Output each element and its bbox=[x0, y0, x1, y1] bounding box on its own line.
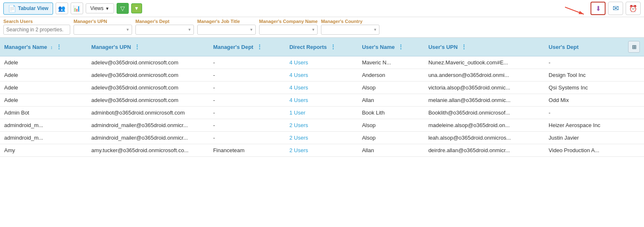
cell-user-dept: Video Production A... bbox=[545, 144, 624, 157]
search-label: Search Users bbox=[3, 19, 70, 24]
direct-reports-link[interactable]: 4 Users bbox=[289, 72, 308, 78]
direct-reports-link[interactable]: 2 Users bbox=[289, 147, 308, 153]
col-menu-icon[interactable]: ⋮ bbox=[257, 43, 262, 50]
cell-user-dept: Heizer Aerospace Inc bbox=[545, 119, 624, 132]
col-direct-reports[interactable]: Direct Reports ⋮ bbox=[285, 38, 358, 56]
cell-user-name: Alsop bbox=[358, 119, 424, 132]
sort-icon: ↕ bbox=[50, 45, 53, 50]
tabular-view-tab[interactable]: 📄 Tabular View bbox=[3, 3, 53, 15]
cell-direct-reports[interactable]: 2 Users bbox=[285, 144, 358, 157]
cell-user-upn: victoria.alsop@o365droid.onmic... bbox=[424, 82, 545, 94]
cell-manager-upn: adelev@o365droid.onmicrosoft.com bbox=[87, 94, 209, 107]
cell-direct-reports[interactable]: 2 Users bbox=[285, 132, 358, 144]
cell-settings-placeholder bbox=[624, 69, 644, 82]
cell-user-name: Alsop bbox=[358, 132, 424, 144]
cell-settings-placeholder bbox=[624, 119, 644, 132]
col-user-upn[interactable]: User's UPN ⋮ bbox=[424, 38, 545, 56]
chart-icon: 📊 bbox=[73, 5, 80, 12]
col-manager-name-label: Manager's Name bbox=[4, 44, 47, 50]
data-table: Manager's Name ↕ ⋮ Manager's UPN ⋮ Manag… bbox=[0, 38, 644, 157]
cell-direct-reports[interactable]: 4 Users bbox=[285, 82, 358, 94]
cell-manager-name: Adele bbox=[0, 82, 87, 94]
manager-dept-filter-group: Manager's Dept bbox=[135, 19, 194, 35]
download-icon: ⬇ bbox=[596, 5, 601, 13]
cell-direct-reports[interactable]: 2 Users bbox=[285, 119, 358, 132]
cell-user-upn: madeleine.alsop@o365droid.on... bbox=[424, 119, 545, 132]
cell-direct-reports[interactable]: 4 Users bbox=[285, 69, 358, 82]
col-manager-dept[interactable]: Manager's Dept ⋮ bbox=[209, 38, 285, 56]
direct-reports-link[interactable]: 2 Users bbox=[289, 135, 308, 141]
filter-button[interactable]: ▽ bbox=[117, 3, 129, 14]
cell-manager-dept: - bbox=[209, 132, 285, 144]
col-manager-upn[interactable]: Manager's UPN ⋮ bbox=[87, 38, 209, 56]
clock-button[interactable]: ⏰ bbox=[626, 2, 641, 15]
cell-manager-name: Adele bbox=[0, 69, 87, 82]
views-label: Views bbox=[90, 5, 104, 11]
mail-button[interactable]: ✉ bbox=[608, 2, 623, 15]
direct-reports-link[interactable]: 4 Users bbox=[289, 84, 308, 91]
cell-manager-upn: adelev@o365droid.onmicrosoft.com bbox=[87, 69, 209, 82]
cell-direct-reports[interactable]: 1 User bbox=[285, 107, 358, 119]
cell-settings-placeholder bbox=[624, 132, 644, 144]
cell-user-name: Alsop bbox=[358, 82, 424, 94]
manager-upn-select[interactable] bbox=[74, 25, 132, 35]
cell-manager-upn: admindroid_mailer@o365droid.onmicr... bbox=[87, 132, 209, 144]
col-menu-icon[interactable]: ⋮ bbox=[56, 43, 62, 50]
cell-settings-placeholder bbox=[624, 144, 644, 157]
cell-user-upn: deirdre.allan@o365droid.onmicr... bbox=[424, 144, 545, 157]
chart-icon-btn[interactable]: 📊 bbox=[71, 3, 83, 14]
direct-reports-link[interactable]: 2 Users bbox=[289, 122, 308, 128]
col-manager-dept-label: Manager's Dept bbox=[213, 44, 253, 50]
cell-manager-name: Amy bbox=[0, 144, 87, 157]
col-user-name[interactable]: User's Name ⋮ bbox=[358, 38, 424, 56]
cell-settings-placeholder bbox=[624, 94, 644, 107]
red-arrow-icon bbox=[563, 5, 588, 18]
col-menu-icon[interactable]: ⋮ bbox=[330, 43, 336, 50]
cell-direct-reports[interactable]: 4 Users bbox=[285, 56, 358, 69]
manager-upn-select-wrapper bbox=[74, 25, 132, 35]
direct-reports-link[interactable]: 1 User bbox=[289, 110, 305, 116]
cell-manager-dept: - bbox=[209, 82, 285, 94]
direct-reports-link[interactable]: 4 Users bbox=[289, 97, 308, 103]
col-menu-icon[interactable]: ⋮ bbox=[134, 43, 140, 50]
filter-down-button[interactable]: ▼ bbox=[131, 3, 142, 13]
cell-settings-placeholder bbox=[624, 82, 644, 94]
column-settings-button[interactable]: ⊞ bbox=[628, 41, 640, 53]
cell-manager-name: admindroid_m... bbox=[0, 119, 87, 132]
cell-settings-placeholder bbox=[624, 107, 644, 119]
col-user-dept-label: User's Dept bbox=[549, 44, 579, 50]
manager-country-label: Manager's Country bbox=[321, 19, 379, 24]
doc-icon: 📄 bbox=[8, 5, 16, 13]
cell-manager-upn: adelev@o365droid.onmicrosoft.com bbox=[87, 82, 209, 94]
search-input[interactable] bbox=[3, 25, 70, 35]
manager-upn-filter-group: Manager's UPN bbox=[74, 19, 132, 35]
col-menu-icon[interactable]: ⋮ bbox=[398, 43, 404, 50]
col-manager-name[interactable]: Manager's Name ↕ ⋮ bbox=[0, 38, 87, 56]
cell-user-dept: - bbox=[545, 107, 624, 119]
views-button[interactable]: Views ▼ bbox=[86, 3, 114, 13]
manager-country-select-wrapper bbox=[321, 25, 379, 35]
table-row: Adeleadelev@o365droid.onmicrosoft.com-4 … bbox=[0, 69, 644, 82]
cell-user-upn: una.anderson@o365droid.onmi... bbox=[424, 69, 545, 82]
cell-direct-reports[interactable]: 4 Users bbox=[285, 94, 358, 107]
cell-manager-upn: adminbot@o365droid.onmicrosoft.com bbox=[87, 107, 209, 119]
settings-icon: ⊞ bbox=[632, 44, 636, 50]
cell-user-name: Allan bbox=[358, 94, 424, 107]
manager-company-select[interactable] bbox=[259, 25, 318, 35]
table-body: Adeleadelev@o365droid.onmicrosoft.com-4 … bbox=[0, 56, 644, 157]
direct-reports-link[interactable]: 4 Users bbox=[289, 59, 308, 66]
manager-country-select[interactable] bbox=[321, 25, 379, 35]
cell-manager-name: Adele bbox=[0, 56, 87, 69]
cell-user-upn: Booklith@o365droid.onmicrosof... bbox=[424, 107, 545, 119]
svg-line-1 bbox=[565, 7, 584, 14]
cell-user-dept: Design Tool Inc bbox=[545, 69, 624, 82]
manager-jobtitle-select[interactable] bbox=[197, 25, 256, 35]
people-icon-btn[interactable]: 👥 bbox=[56, 3, 68, 14]
manager-company-select-wrapper bbox=[259, 25, 318, 35]
manager-dept-select[interactable] bbox=[135, 25, 194, 35]
col-menu-icon[interactable]: ⋮ bbox=[461, 43, 467, 50]
download-button[interactable]: ⬇ bbox=[591, 2, 606, 15]
cell-manager-upn: adelev@o365droid.onmicrosoft.com bbox=[87, 56, 209, 69]
col-user-dept[interactable]: User's Dept bbox=[545, 38, 624, 56]
col-direct-reports-label: Direct Reports bbox=[289, 44, 327, 50]
